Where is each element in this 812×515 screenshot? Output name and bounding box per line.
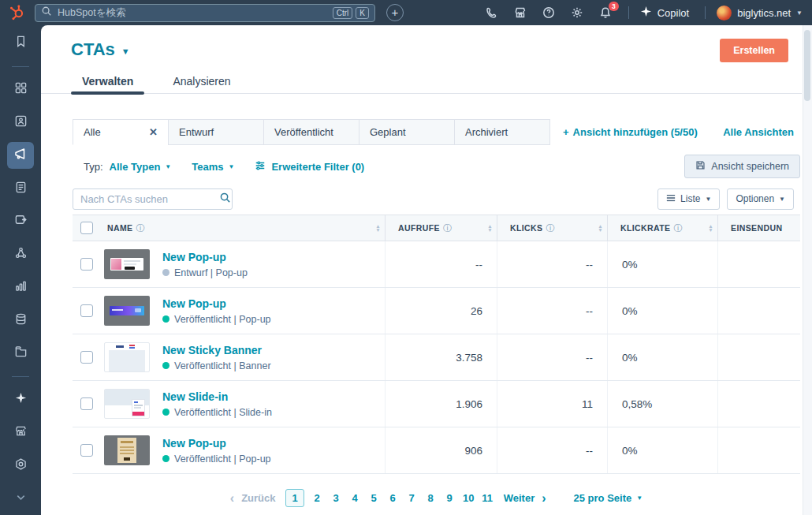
row-checkbox[interactable] (80, 351, 93, 364)
page-number[interactable]: 11 (482, 492, 494, 504)
cta-name-link[interactable]: New Sticky Banner (162, 344, 271, 356)
info-icon[interactable]: ⓘ (136, 222, 145, 234)
row-checkbox[interactable] (80, 258, 93, 271)
column-header-name[interactable]: NAMEⓘ ▲▼ (100, 215, 385, 241)
sidebar-item-automations[interactable] (7, 241, 34, 268)
page-number[interactable]: 2 (311, 492, 323, 504)
cta-name-link[interactable]: New Pop-up (162, 251, 248, 263)
caret-down-icon: ▼ (229, 163, 235, 170)
all-views-link[interactable]: Alle Ansichten (723, 126, 794, 138)
page-number[interactable]: 5 (368, 492, 380, 504)
list-view-dropdown[interactable]: Liste ▼ (657, 188, 720, 210)
page-number-current[interactable]: 1 (285, 489, 304, 507)
sidebar-item-settings[interactable] (7, 452, 34, 479)
cta-search-box[interactable] (73, 188, 233, 210)
divider (12, 66, 29, 67)
copilot-button[interactable]: Copilot (640, 6, 689, 20)
close-icon[interactable]: ✕ (149, 126, 158, 138)
column-header-klickrate[interactable]: KLICKRATEⓘ ▲▼ (607, 215, 717, 241)
pagination-prev[interactable]: Zurück (241, 492, 275, 504)
teams-dropdown[interactable]: Teams ▼ (192, 161, 234, 173)
avatar (717, 6, 732, 21)
cta-name-link[interactable]: New Pop-up (162, 297, 271, 310)
scrollbar-thumb[interactable] (804, 30, 810, 101)
search-icon (219, 192, 231, 207)
row-checkbox[interactable] (80, 304, 93, 317)
sidebar-item-content[interactable] (7, 175, 34, 202)
options-dropdown[interactable]: Optionen ▼ (727, 188, 794, 210)
chevron-right-icon[interactable]: › (542, 491, 546, 506)
select-all-checkbox[interactable] (80, 222, 93, 234)
table-row[interactable]: New Pop-up Entwurf | Pop-up -- -- 0% (73, 241, 800, 288)
save-view-button[interactable]: Ansicht speichern (684, 155, 800, 178)
table-row[interactable]: New Sticky Banner Veröffentlicht | Banne… (73, 334, 800, 381)
chevron-left-icon[interactable]: ‹ (230, 491, 234, 506)
info-icon[interactable]: ⓘ (443, 222, 452, 234)
add-view-link[interactable]: + Ansicht hinzufügen (5/50) (563, 126, 698, 138)
sidebar-item-bookmarks[interactable] (7, 30, 34, 57)
account-menu[interactable]: biglytics.net ▼ (717, 6, 803, 21)
info-icon[interactable]: ⓘ (673, 222, 682, 234)
page-number[interactable]: 6 (387, 492, 399, 504)
tab-verwalten[interactable]: Verwalten (71, 69, 144, 93)
column-header-klicks[interactable]: KLICKSⓘ ▲▼ (497, 215, 607, 241)
sidebar-item-library[interactable] (7, 340, 34, 367)
cell-aufrufe: -- (385, 241, 497, 287)
global-search-bar[interactable]: Ctrl K (35, 4, 375, 22)
cell-klickrate: 0% (607, 241, 717, 287)
sidebar-item-workspaces[interactable] (7, 77, 34, 103)
row-checkbox[interactable] (80, 444, 93, 457)
view-tab-entwurf[interactable]: Entwurf (168, 119, 264, 145)
page-number[interactable]: 8 (425, 492, 437, 504)
view-tab-alle[interactable]: Alle ✕ (73, 119, 169, 145)
sidebar-item-data[interactable] (7, 307, 34, 334)
sidebar-item-marketing[interactable] (7, 142, 34, 169)
sidebar-item-reporting[interactable] (7, 274, 34, 300)
page-number[interactable]: 3 (330, 492, 342, 504)
cta-thumbnail (104, 249, 150, 279)
view-tab-geplant[interactable]: Geplant (359, 119, 455, 145)
sidebar-collapse-button[interactable] (7, 485, 34, 512)
view-tab-archiviert[interactable]: Archiviert (454, 119, 550, 145)
marketplace-icon[interactable] (514, 6, 527, 20)
sidebar-item-copilot[interactable] (7, 386, 34, 413)
pagination-next[interactable]: Weiter (504, 492, 535, 504)
sidebar-item-marketplace[interactable] (7, 420, 34, 446)
global-search-input[interactable] (58, 7, 330, 18)
status-dot (162, 315, 169, 323)
page-number[interactable]: 7 (406, 492, 418, 504)
table-row[interactable]: New Pop-up Veröffentlicht | Pop-up 906 -… (73, 427, 800, 474)
help-icon[interactable] (542, 6, 556, 20)
settings-icon[interactable] (571, 6, 584, 20)
sort-icon[interactable]: ▲▼ (708, 224, 713, 232)
sort-icon[interactable]: ▲▼ (487, 224, 493, 232)
row-checkbox[interactable] (80, 397, 93, 410)
page-title-caret-icon[interactable]: ▼ (121, 43, 130, 56)
column-header-einsendungen[interactable]: EINSENDUN (717, 215, 800, 241)
column-header-aufrufe[interactable]: AUFRUFEⓘ ▲▼ (385, 215, 497, 241)
cta-name-link[interactable]: New Slide-in (162, 390, 272, 403)
scrollbar[interactable] (803, 25, 812, 515)
phone-icon[interactable] (486, 6, 499, 20)
sidebar-item-commerce[interactable] (7, 208, 34, 235)
sort-icon[interactable]: ▲▼ (598, 224, 603, 232)
create-button[interactable]: Erstellen (720, 39, 788, 62)
hubspot-logo[interactable] (0, 4, 35, 21)
page-number[interactable]: 4 (349, 492, 361, 504)
sidebar-item-crm[interactable] (7, 110, 34, 136)
quick-create-button[interactable]: + (386, 4, 404, 21)
cta-name-link[interactable]: New Pop-up (162, 437, 271, 450)
notifications-icon[interactable]: 3 (599, 6, 613, 20)
table-row[interactable]: New Slide-in Veröffentlicht | Slide-in 1… (73, 381, 800, 427)
table-row[interactable]: New Pop-up Veröffentlicht | Pop-up 26 --… (73, 288, 800, 334)
type-dropdown[interactable]: Alle Typen ▼ (110, 161, 172, 173)
advanced-filters-button[interactable]: Erweiterte Filter (0) (255, 160, 364, 174)
page-number[interactable]: 9 (444, 492, 456, 504)
per-page-dropdown[interactable]: 25 pro Seite ▼ (574, 492, 643, 504)
view-tab-veroeffentlicht[interactable]: Veröffentlicht (263, 119, 359, 145)
info-icon[interactable]: ⓘ (546, 222, 554, 234)
page-number[interactable]: 10 (463, 492, 475, 504)
sort-icon[interactable]: ▲▼ (375, 224, 381, 232)
cta-search-input[interactable] (80, 193, 219, 205)
tab-analysieren[interactable]: Analysieren (162, 69, 241, 93)
